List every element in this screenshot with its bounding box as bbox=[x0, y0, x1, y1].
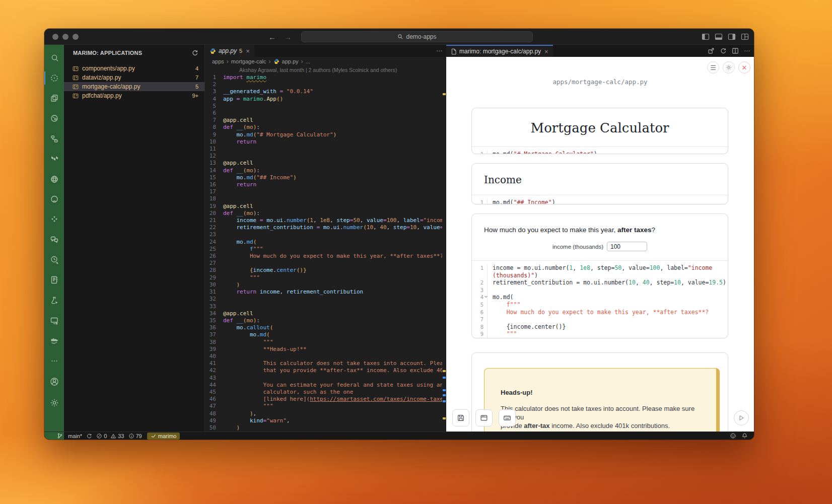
sidebar-item-pdfchat-app-py[interactable]: pdfchat/app.py9+ bbox=[64, 91, 204, 100]
activitybar-terraform-icon[interactable] bbox=[44, 149, 64, 169]
feedback-smiley-icon[interactable] bbox=[730, 433, 736, 439]
code-line[interactable]: 36 mo.callout( bbox=[205, 324, 442, 331]
code-line[interactable]: 30 ) bbox=[205, 281, 442, 289]
code-line[interactable]: 45 calculator, such as the one bbox=[205, 389, 442, 396]
activitybar-test-beaker-icon[interactable] bbox=[44, 291, 64, 311]
code-line[interactable]: 42 that you provide **after-tax** income… bbox=[205, 367, 442, 374]
notifications-bell-icon[interactable] bbox=[741, 433, 748, 439]
breadcrumb-apps[interactable]: apps bbox=[212, 58, 224, 64]
code-editor[interactable]: 1import marimo23__generated_with = "0.0.… bbox=[205, 74, 442, 431]
keyboard-shortcuts-button[interactable] bbox=[499, 409, 516, 426]
code-line[interactable]: 9 mo.md("# Mortgage Calculator") bbox=[205, 131, 442, 138]
code-line[interactable]: 24 mo.md( bbox=[205, 239, 442, 246]
shutdown-button[interactable]: ✕ bbox=[738, 61, 750, 74]
code-line[interactable]: 47 """ bbox=[205, 403, 442, 410]
activitybar-account-icon[interactable] bbox=[44, 371, 64, 392]
code-line[interactable]: 32 bbox=[205, 296, 442, 303]
code-line[interactable]: 2 bbox=[205, 81, 442, 88]
toggle-panel-icon[interactable] bbox=[715, 33, 723, 41]
code-line[interactable]: 48 ), bbox=[205, 410, 442, 417]
code-line[interactable]: 13@app.cell bbox=[205, 160, 442, 167]
run-app-button[interactable] bbox=[734, 410, 749, 425]
command-center-search[interactable]: demo-apps bbox=[301, 31, 533, 42]
activitybar-marimo-icon[interactable] bbox=[44, 68, 64, 88]
marimo-status-chip[interactable]: marimo bbox=[147, 433, 180, 440]
minimize-window-button[interactable] bbox=[62, 34, 68, 40]
breadcrumb-symbol[interactable]: ... bbox=[306, 58, 310, 64]
code-line[interactable]: 15 mo.md("## Income") bbox=[205, 174, 442, 181]
sync-changes-button[interactable] bbox=[86, 433, 92, 439]
code-line[interactable]: 5 bbox=[205, 103, 442, 110]
sidebar-item-components-app-py[interactable]: components/app.py4 bbox=[64, 64, 204, 73]
open-external-icon[interactable] bbox=[708, 47, 715, 54]
toggle-primary-sidebar-icon[interactable] bbox=[702, 33, 710, 41]
code-line[interactable]: 44 You can estimate your federal and sta… bbox=[205, 382, 442, 389]
problems-status[interactable]: 0 33 bbox=[96, 433, 124, 439]
save-button[interactable] bbox=[452, 409, 469, 426]
code-line[interactable]: 29 """ bbox=[205, 274, 442, 281]
breadcrumb-file[interactable]: app.py bbox=[282, 58, 299, 64]
activitybar-settings-gear-icon[interactable] bbox=[44, 392, 64, 413]
tab-app-py[interactable]: app.py 5 × bbox=[205, 45, 254, 57]
code-line[interactable]: 19@app.cell bbox=[205, 203, 442, 210]
activitybar-search-icon[interactable] bbox=[44, 48, 64, 68]
code-line[interactable]: 50 ) bbox=[205, 424, 442, 431]
toggle-secondary-sidebar-icon[interactable] bbox=[728, 33, 736, 41]
code-line[interactable]: 16 return bbox=[205, 181, 442, 188]
code-line[interactable]: 17 bbox=[205, 188, 442, 195]
code-line[interactable]: 8def __(mo): bbox=[205, 124, 442, 131]
code-line[interactable]: 7@app.cell bbox=[205, 117, 442, 124]
code-line[interactable]: 20def __(mo): bbox=[205, 210, 442, 217]
code-line[interactable]: 10 return bbox=[205, 138, 442, 146]
split-editor-icon[interactable] bbox=[732, 47, 739, 54]
close-window-button[interactable] bbox=[52, 34, 58, 40]
activitybar-remote-monitor-icon[interactable] bbox=[44, 311, 64, 331]
activitybar-comments-icon[interactable] bbox=[44, 230, 64, 250]
fold-chevron-icon[interactable] bbox=[484, 295, 488, 299]
activitybar-github-icon[interactable] bbox=[44, 189, 64, 209]
more-actions-icon[interactable]: ⋯ bbox=[744, 47, 750, 54]
tab-marimo-preview[interactable]: marimo: mortgage-calc/app.py × bbox=[446, 45, 553, 57]
open-browser-button[interactable] bbox=[475, 409, 493, 426]
code-line[interactable]: 46 [linked here](https://smartasset.com/… bbox=[205, 396, 442, 403]
code-line[interactable]: 27 bbox=[205, 260, 442, 267]
code-line[interactable]: 31 return income, retirement_contributio… bbox=[205, 289, 442, 296]
sidebar-item-mortgage-calc-app-py[interactable]: mortgage-calc/app.py5 bbox=[64, 82, 204, 91]
code-line[interactable]: 39 **Heads-up!** bbox=[205, 346, 442, 353]
income-number-input[interactable] bbox=[607, 242, 647, 251]
window-controls[interactable] bbox=[52, 34, 79, 40]
activitybar-globe-icon[interactable] bbox=[44, 169, 64, 189]
code-line[interactable]: 12 bbox=[205, 153, 442, 160]
activitybar-copy-files-icon[interactable] bbox=[44, 88, 64, 108]
code-line[interactable]: 11 bbox=[205, 146, 442, 153]
code-line[interactable]: 38 """ bbox=[205, 339, 442, 346]
menu-button[interactable]: ☰ bbox=[707, 61, 719, 74]
activitybar-nodes-icon[interactable] bbox=[44, 129, 64, 149]
code-line[interactable]: 4app = marimo.App() bbox=[205, 96, 442, 103]
refresh-icon[interactable] bbox=[191, 49, 198, 56]
settings-button[interactable] bbox=[723, 61, 735, 74]
customize-layout-icon[interactable] bbox=[741, 33, 749, 41]
code-line[interactable]: 18 bbox=[205, 195, 442, 202]
code-line[interactable]: 43 bbox=[205, 375, 442, 382]
activitybar-run-circle-icon[interactable] bbox=[44, 108, 64, 128]
code-line[interactable]: 1import marimo bbox=[205, 74, 442, 81]
code-line[interactable]: 33 bbox=[205, 303, 442, 310]
editor-actions-more-icon[interactable]: ⋯ bbox=[436, 47, 442, 54]
hints-status[interactable]: 79 bbox=[128, 433, 142, 439]
overview-ruler[interactable] bbox=[442, 74, 446, 431]
code-line[interactable]: 6 bbox=[205, 110, 442, 117]
history-forward-button[interactable]: → bbox=[284, 33, 292, 41]
code-line[interactable]: 22 retirement_contribution = mo.ui.numbe… bbox=[205, 224, 442, 231]
code-line[interactable]: 40 bbox=[205, 353, 442, 360]
code-line[interactable]: 28 {income.center()} bbox=[205, 267, 442, 274]
close-tab-icon[interactable]: × bbox=[246, 47, 250, 55]
code-line[interactable]: 3__generated_with = "0.0.14" bbox=[205, 88, 442, 95]
code-line[interactable]: 14def __(mo): bbox=[205, 167, 442, 174]
sidebar-item-dataviz-app-py[interactable]: dataviz/app.py7 bbox=[64, 73, 204, 82]
code-line[interactable]: 25 f""" bbox=[205, 246, 442, 253]
breadcrumb[interactable]: apps› mortgage-calc› app.py› ... bbox=[205, 57, 446, 66]
code-line[interactable]: 37 mo.md( bbox=[205, 331, 442, 338]
code-line[interactable]: 34@app.cell bbox=[205, 310, 442, 317]
activitybar-more-icon[interactable] bbox=[44, 351, 64, 371]
